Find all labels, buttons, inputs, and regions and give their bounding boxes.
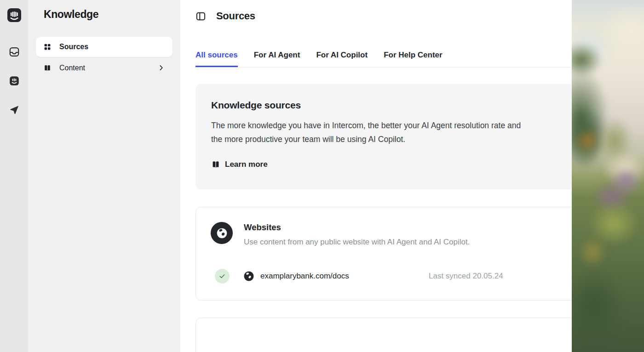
website-source-row[interactable]: examplarybank.com/docs Last synced 20.05… — [211, 269, 623, 284]
sidebar-nav: Sources Content — [36, 37, 172, 77]
rail-nav — [8, 46, 20, 116]
tab-all-sources[interactable]: All sources — [196, 51, 238, 67]
intercom-logo-icon[interactable] — [7, 8, 22, 23]
book-icon — [211, 160, 220, 169]
banner-description: The more knowledge you have in Intercom,… — [211, 119, 529, 146]
page-title: Sources — [216, 10, 255, 22]
websites-card-header: Websites Use content from any public web… — [211, 222, 623, 247]
tab-for-ai-agent[interactable]: For AI Agent — [254, 51, 300, 67]
learn-more-label: Learn more — [225, 160, 268, 169]
send-icon[interactable] — [8, 104, 20, 116]
banner-title: Knowledge sources — [211, 100, 622, 111]
websites-description: Use content from any public website with… — [244, 238, 470, 247]
decorative-artwork — [572, 0, 644, 352]
tab-for-ai-copilot[interactable]: For AI Copilot — [316, 51, 368, 67]
globe-icon — [243, 271, 254, 282]
source-last-synced: Last synced 20.05.24 — [429, 272, 503, 281]
app-root: Knowledge Sources — [0, 0, 644, 352]
websites-card-text: Websites Use content from any public web… — [244, 222, 470, 247]
sidebar-item-sources[interactable]: Sources — [36, 37, 172, 57]
websites-title: Websites — [244, 222, 470, 233]
inbox-icon[interactable] — [8, 46, 20, 58]
book-icon — [43, 64, 52, 72]
synced-check-icon — [215, 269, 230, 284]
sidebar-item-content[interactable]: Content — [36, 58, 172, 77]
sidebar-title: Knowledge — [44, 8, 172, 21]
app-rail — [0, 0, 28, 352]
panel-toggle-icon[interactable] — [196, 11, 206, 22]
grid-icon — [43, 43, 52, 51]
learn-more-link[interactable]: Learn more — [211, 160, 268, 169]
sidebar-item-label: Content — [59, 64, 85, 72]
tab-for-help-center[interactable]: For Help Center — [384, 51, 443, 67]
messenger-icon[interactable] — [8, 75, 20, 87]
knowledge-sidebar: Knowledge Sources — [28, 0, 180, 352]
sidebar-item-label: Sources — [59, 43, 88, 51]
source-domain: examplarybank.com/docs — [260, 272, 349, 281]
chevron-right-icon — [157, 64, 165, 72]
globe-icon — [211, 222, 233, 244]
